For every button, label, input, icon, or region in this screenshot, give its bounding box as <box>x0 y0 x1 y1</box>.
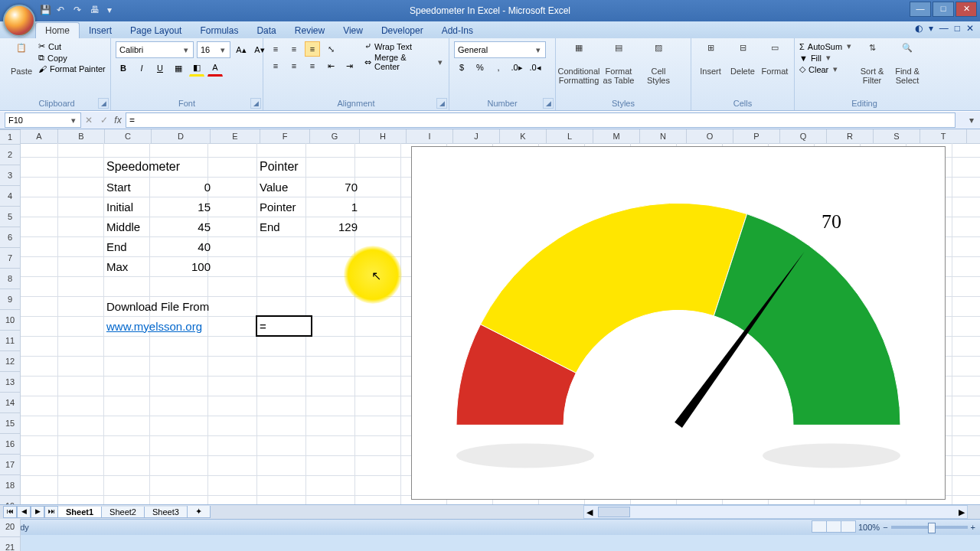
inner-close-icon[interactable]: ✕ <box>966 23 974 34</box>
clipboard-launcher[interactable]: ◢ <box>98 98 109 109</box>
cell-F5[interactable]: End <box>256 217 312 236</box>
font-color-button[interactable]: A <box>207 60 223 77</box>
zoom-level[interactable]: 100% <box>858 523 880 532</box>
copy-button[interactable]: ⧉Copy <box>38 53 106 63</box>
find-select-button[interactable]: 🔍Find & Select <box>891 41 923 85</box>
zoom-out-button[interactable]: − <box>883 523 887 532</box>
border-button[interactable]: ▦ <box>171 60 186 76</box>
cell-F3[interactable]: Value <box>256 177 312 197</box>
font-size-select[interactable]: 16▾ <box>197 41 230 58</box>
cut-button[interactable]: ✂Cut <box>38 41 106 51</box>
conditional-formatting-button[interactable]: ▦Conditional Formatting <box>560 41 597 85</box>
decrease-decimal-icon[interactable]: .0◂ <box>528 60 543 75</box>
format-as-table-button[interactable]: ▤Format as Table <box>600 41 637 85</box>
formula-expand-icon[interactable]: ▾ <box>969 115 980 126</box>
clear-button[interactable]: ◇Clear▾ <box>799 64 853 74</box>
name-box[interactable]: F10▾ <box>5 112 81 128</box>
cell-C7[interactable]: Max <box>103 256 155 276</box>
cell-D6[interactable]: 40 <box>149 236 214 256</box>
orientation-icon[interactable]: ⤡ <box>323 41 338 57</box>
cell-C6[interactable]: End <box>103 236 155 256</box>
sheet-tab-1[interactable]: Sheet1 <box>57 507 102 518</box>
tab-developer[interactable]: Developer <box>372 23 433 38</box>
cell-F10[interactable]: = <box>256 316 312 336</box>
cell-styles-button[interactable]: ▨Cell Styles <box>640 41 677 85</box>
italic-button[interactable]: I <box>134 60 149 76</box>
close-button[interactable]: ✕ <box>956 2 977 17</box>
cell-C5[interactable]: Middle <box>103 217 155 236</box>
delete-cells-button[interactable]: ⊟Delete <box>728 41 757 76</box>
comma-icon[interactable]: , <box>491 60 506 75</box>
underline-button[interactable]: U <box>152 60 168 76</box>
tab-view[interactable]: View <box>334 23 372 38</box>
align-left-icon[interactable]: ≡ <box>268 58 283 73</box>
tab-home[interactable]: Home <box>35 22 80 38</box>
align-top-icon[interactable]: ≡ <box>268 41 283 57</box>
tab-page-layout[interactable]: Page Layout <box>121 23 191 38</box>
cell-C2[interactable]: Speedometer <box>103 157 214 177</box>
tab-review[interactable]: Review <box>286 23 334 38</box>
minimize-button[interactable]: — <box>910 2 931 17</box>
align-right-icon[interactable]: ≡ <box>305 58 320 73</box>
cell-F2[interactable]: Pointer <box>256 157 361 177</box>
maximize-button[interactable]: □ <box>933 2 954 17</box>
enter-icon[interactable]: ✓ <box>100 115 108 126</box>
view-buttons[interactable] <box>812 520 855 534</box>
cell-G3[interactable]: 70 <box>305 177 361 197</box>
bold-button[interactable]: B <box>116 60 131 76</box>
insert-cells-button[interactable]: ⊞Insert <box>696 41 725 76</box>
tab-nav-prev[interactable]: ◀ <box>17 506 31 518</box>
cell-C3[interactable]: Start <box>103 177 155 197</box>
undo-icon[interactable]: ↶ <box>57 5 69 17</box>
cell-D3[interactable]: 0 <box>149 177 214 197</box>
sheet-tab-3[interactable]: Sheet3 <box>144 507 188 518</box>
currency-icon[interactable]: $ <box>454 60 469 75</box>
grow-font-icon[interactable]: A▴ <box>234 42 249 57</box>
tab-data[interactable]: Data <box>247 23 285 38</box>
cell-D5[interactable]: 45 <box>149 217 214 236</box>
percent-icon[interactable]: % <box>472 60 488 75</box>
number-format-select[interactable]: General▾ <box>454 41 546 58</box>
worksheet[interactable]: 123456789101112131415161718192021 ABCDEF… <box>0 129 980 504</box>
cell-D4[interactable]: 15 <box>149 197 214 217</box>
align-bottom-icon[interactable]: ≡ <box>305 41 320 57</box>
autosum-button[interactable]: ΣAutoSum▾ <box>799 41 853 51</box>
cell-D7[interactable]: 100 <box>149 256 214 276</box>
office-button[interactable] <box>3 5 35 37</box>
cell-C4[interactable]: Initial <box>103 197 155 217</box>
ribbon-minimize-icon[interactable]: ▾ <box>929 23 933 34</box>
increase-decimal-icon[interactable]: .0▸ <box>509 60 524 75</box>
row-headers[interactable]: 123456789101112131415161718192021 <box>0 130 21 551</box>
cell-F4[interactable]: Pointer <box>256 197 312 217</box>
formula-bar[interactable]: = <box>126 112 956 128</box>
alignment-launcher[interactable]: ◢ <box>436 98 447 109</box>
tab-addins[interactable]: Add-Ins <box>433 23 482 38</box>
cancel-icon[interactable]: ✕ <box>85 115 93 126</box>
zoom-slider[interactable] <box>891 526 968 529</box>
wrap-text-button[interactable]: ⤶Wrap Text <box>364 41 444 51</box>
inner-minimize-icon[interactable]: — <box>939 23 949 34</box>
cell-G4[interactable]: 1 <box>305 197 361 217</box>
print-icon[interactable]: 🖶 <box>90 5 103 17</box>
format-painter-button[interactable]: 🖌Format Painter <box>38 64 106 73</box>
save-icon[interactable]: 💾 <box>40 5 52 17</box>
format-cells-button[interactable]: ▭Format <box>760 41 789 76</box>
inner-restore-icon[interactable]: □ <box>955 23 960 34</box>
qat-dropdown-icon[interactable]: ▾ <box>107 5 119 17</box>
horizontal-scrollbar[interactable]: ◀▶ <box>583 505 968 519</box>
new-sheet-button[interactable]: ✦ <box>187 506 211 518</box>
redo-icon[interactable]: ↷ <box>74 5 86 17</box>
fill-color-button[interactable]: ◧ <box>189 60 204 77</box>
help-icon[interactable]: ◐ <box>915 23 923 34</box>
fill-button[interactable]: ▼Fill▾ <box>799 53 853 63</box>
cell-G5[interactable]: 129 <box>305 217 361 236</box>
fx-icon[interactable]: fx <box>112 115 124 126</box>
cell-C9[interactable]: Download File From <box>103 296 263 316</box>
zoom-in-button[interactable]: + <box>971 523 975 532</box>
indent-increase-icon[interactable]: ⇥ <box>341 58 357 73</box>
tab-formulas[interactable]: Formulas <box>191 23 247 38</box>
sheet-tab-2[interactable]: Sheet2 <box>101 507 145 518</box>
font-name-select[interactable]: Calibri▾ <box>116 41 194 58</box>
speedometer-chart[interactable]: 70 <box>411 146 946 500</box>
tab-nav-last[interactable]: ⏭ <box>44 506 58 518</box>
